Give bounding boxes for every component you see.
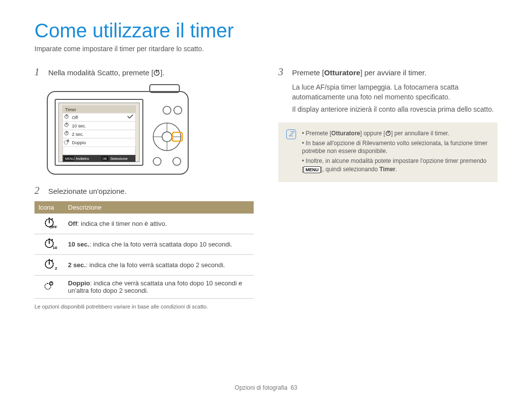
cell-desc: 10 sec.: indica che la foto verrà scatta…: [64, 234, 254, 255]
page-subtitle: Imparate come impostare il timer per rit…: [34, 45, 498, 53]
th-desc: Descrizione: [64, 201, 254, 214]
svg-point-28: [162, 132, 172, 142]
svg-text:Indietro: Indietro: [76, 156, 89, 161]
table-row: Doppio: indica che verrà scattata una fo…: [34, 276, 254, 299]
svg-point-34: [153, 157, 161, 165]
table-row: OFF Off: indica che il timer non è attiv…: [34, 214, 254, 234]
table-footnote: Le opzioni disponibili potrebbero variar…: [34, 304, 254, 309]
step-2: 2 Selezionate un'opzione.: [34, 185, 254, 196]
step-number: 1: [34, 66, 43, 78]
options-table: Icona Descrizione OFF Off: indica che il…: [34, 201, 254, 299]
camera-illustration: Timer Off 10 sec. 2 sec. Doppio: [46, 83, 254, 176]
table-row: 10 10 sec.: indica che la foto verrà sca…: [34, 234, 254, 255]
page-footer: Opzioni di fotografia 63: [0, 384, 532, 391]
timer-icon: [385, 130, 391, 136]
step-3: 3 Premete [Otturatore] per avviare il ti…: [278, 66, 498, 78]
timer-doppio-icon: [44, 281, 55, 292]
step-text: Premete [Otturatore] per avviare il time…: [292, 67, 498, 78]
camera-menu-title: Timer: [65, 107, 76, 112]
timer-off-icon: OFF: [44, 217, 55, 228]
info-item: In base all'opzione di Rilevamento volto…: [302, 139, 490, 155]
paragraph: Il display anteriore inizierà il conto a…: [292, 105, 498, 115]
svg-point-35: [173, 157, 181, 165]
timer-icon: [153, 69, 160, 76]
step-number: 3: [278, 66, 287, 78]
svg-point-26: [174, 106, 182, 114]
svg-point-25: [163, 106, 171, 114]
cell-desc: Doppio: indica che verrà scattata una fo…: [64, 276, 254, 299]
th-icon: Icona: [34, 201, 64, 214]
timer-10-icon: 10: [44, 238, 55, 249]
info-box: ℤ Premete [Otturatore] oppure [] per ann…: [278, 123, 498, 182]
page-title: Come utilizzare il timer: [34, 20, 498, 42]
paragraph: La luce AF/spia timer lampeggia. La foto…: [292, 83, 498, 102]
timer-2-icon: 2: [44, 259, 55, 270]
info-item: Premete [Otturatore] oppure [] per annul…: [302, 129, 490, 137]
svg-text:Doppio: Doppio: [72, 140, 86, 145]
svg-text:10 sec.: 10 sec.: [72, 123, 86, 128]
cell-desc: Off: indica che il timer non è attivo.: [64, 214, 254, 234]
step-number: 2: [34, 185, 43, 196]
info-item: Inoltre, in alcune modalità potete impos…: [302, 157, 490, 173]
menu-key-icon: MENU: [303, 166, 321, 173]
right-column: 3 Premete [Otturatore] per avviare il ti…: [278, 66, 498, 309]
step-1: 1 Nella modalità Scatto, premete [].: [34, 66, 254, 78]
svg-text:MENU: MENU: [65, 157, 74, 160]
step-text: Selezionate un'opzione.: [48, 186, 254, 196]
svg-text:2 sec.: 2 sec.: [72, 132, 84, 137]
svg-text:Off: Off: [72, 115, 78, 120]
svg-text:OK: OK: [102, 157, 107, 160]
svg-text:Selezione: Selezione: [110, 156, 128, 161]
left-column: 1 Nella modalità Scatto, premete []. Tim…: [34, 66, 254, 309]
step-text: Nella modalità Scatto, premete [].: [48, 67, 254, 78]
cell-desc: 2 sec.: indica che la foto verrà scattat…: [64, 255, 254, 276]
table-row: 2 2 sec.: indica che la foto verrà scatt…: [34, 255, 254, 276]
info-icon: ℤ: [286, 129, 296, 139]
